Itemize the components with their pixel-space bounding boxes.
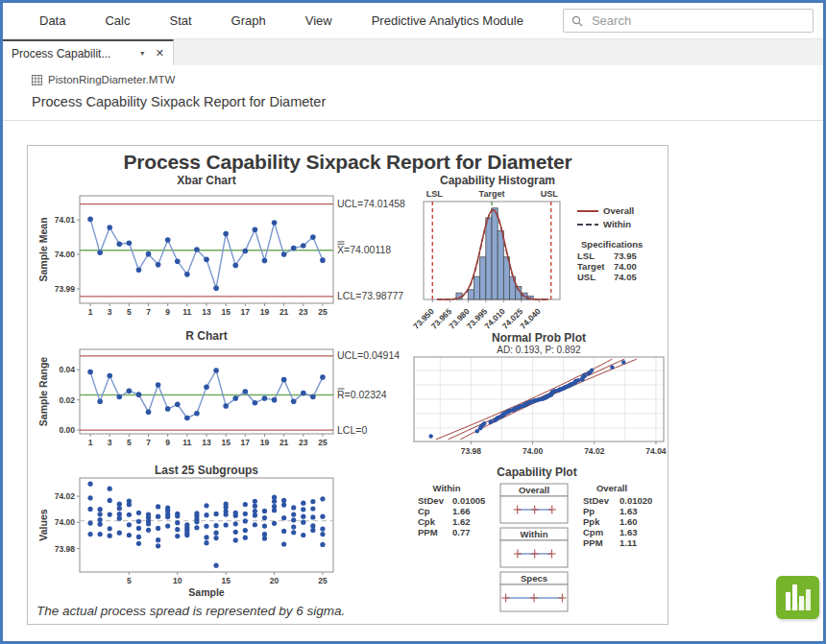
svg-text:1.60: 1.60 xyxy=(620,516,638,527)
menu-item-view[interactable]: View xyxy=(305,13,332,28)
svg-text:PPM: PPM xyxy=(583,537,603,548)
svg-text:7: 7 xyxy=(146,307,151,317)
capability-histogram: Capability HistogramLSLTargetUSL73.95073… xyxy=(406,173,668,336)
svg-text:74.00: 74.00 xyxy=(55,250,76,259)
rchart-graphics: 0.000.020.04135791113151719212325R Chart… xyxy=(37,330,400,447)
search-input[interactable] xyxy=(590,12,805,29)
svg-text:Target: Target xyxy=(479,189,505,199)
svg-text:UCL=0.04914: UCL=0.04914 xyxy=(337,349,400,361)
svg-text:0.01020: 0.01020 xyxy=(620,495,652,506)
last25-graphics: Last 25 Subgroups73.9874.0074.0251015202… xyxy=(37,465,333,598)
menu-item-calc[interactable]: Calc xyxy=(105,13,130,28)
svg-text:0.01005: 0.01005 xyxy=(452,495,486,506)
tab-label: Process Capabilit... xyxy=(12,47,135,60)
svg-text:17: 17 xyxy=(241,438,251,447)
svg-text:15: 15 xyxy=(221,438,231,447)
heading-divider xyxy=(3,120,823,121)
svg-text:74.040: 74.040 xyxy=(518,306,543,331)
tab-process-capability[interactable]: Process Capabilit... ▼ ✕ xyxy=(3,39,174,65)
xbar-graphics: 73.9974.0074.01135791113151719212325Xbar… xyxy=(37,174,405,317)
svg-text:R=0.02324: R=0.02324 xyxy=(337,389,387,400)
svg-text:1.62: 1.62 xyxy=(452,516,471,527)
svg-text:25: 25 xyxy=(318,307,328,317)
svg-text:11: 11 xyxy=(182,307,191,317)
svg-text:0.04: 0.04 xyxy=(59,365,75,374)
svg-text:Last 25 Subgroups: Last 25 Subgroups xyxy=(155,465,258,477)
svg-text:USL: USL xyxy=(541,189,559,199)
tab-close-icon[interactable]: ✕ xyxy=(156,47,164,60)
svg-text:Capability Plot: Capability Plot xyxy=(497,465,576,479)
svg-text:Ppk: Ppk xyxy=(583,516,600,527)
svg-text:15: 15 xyxy=(221,307,231,317)
svg-text:Target: Target xyxy=(577,261,605,272)
svg-text:17: 17 xyxy=(241,307,251,317)
svg-text:Values: Values xyxy=(37,509,49,540)
svg-text:21: 21 xyxy=(279,307,289,317)
svg-text:Within: Within xyxy=(603,219,631,229)
svg-text:Within: Within xyxy=(521,529,548,539)
svg-text:Cp: Cp xyxy=(418,506,430,516)
svg-text:Sample Range: Sample Range xyxy=(37,357,49,427)
svg-text:3: 3 xyxy=(108,438,112,447)
svg-text:9: 9 xyxy=(165,307,170,317)
probplot-graphics: Normal Prob PlotAD: 0.193, P: 0.89273.98… xyxy=(414,331,667,456)
app-window: Data Calc Stat Graph View Predictive Ana… xyxy=(0,0,826,644)
svg-text:73.95: 73.95 xyxy=(614,250,637,261)
svg-text:1: 1 xyxy=(88,438,93,447)
svg-text:74.00: 74.00 xyxy=(522,446,544,456)
tab-strip: Process Capabilit... ▼ ✕ xyxy=(3,39,823,65)
svg-text:1.63: 1.63 xyxy=(620,506,638,516)
svg-text:20: 20 xyxy=(270,576,279,585)
svg-text:1.11: 1.11 xyxy=(620,537,638,548)
svg-text:LSL: LSL xyxy=(426,189,444,199)
histogram-graphics: Capability HistogramLSLTargetUSL73.95073… xyxy=(411,174,643,331)
svg-text:74.01: 74.01 xyxy=(55,215,76,225)
svg-text:19: 19 xyxy=(260,438,270,447)
svg-text:Xbar Chart: Xbar Chart xyxy=(177,174,235,187)
svg-text:10: 10 xyxy=(173,576,182,585)
svg-text:PPM: PPM xyxy=(418,527,438,537)
svg-text:Overall: Overall xyxy=(603,205,634,216)
minitab-logo-button[interactable] xyxy=(776,576,819,619)
svg-text:74.00: 74.00 xyxy=(55,517,76,527)
svg-text:X=74.00118: X=74.00118 xyxy=(337,244,391,255)
svg-text:1: 1 xyxy=(88,307,93,317)
worksheet-row[interactable]: PistonRingDiameter.MTW xyxy=(32,74,823,85)
search-box[interactable] xyxy=(563,9,814,33)
svg-text:Pp: Pp xyxy=(583,506,595,516)
svg-text:25: 25 xyxy=(318,576,328,585)
svg-text:R Chart: R Chart xyxy=(185,330,227,343)
svg-text:74.02: 74.02 xyxy=(55,491,76,501)
svg-text:3: 3 xyxy=(108,307,112,317)
svg-text:Specifications: Specifications xyxy=(581,239,643,250)
svg-text:UCL=74.01458: UCL=74.01458 xyxy=(337,198,405,209)
svg-text:LCL=73.98777: LCL=73.98777 xyxy=(337,290,403,301)
svg-text:LCL=0: LCL=0 xyxy=(337,424,367,436)
menu-item-data[interactable]: Data xyxy=(39,13,65,28)
report-heading: Process Capability Sixpack Report for Di… xyxy=(32,94,823,109)
tab-dropdown-icon[interactable]: ▼ xyxy=(139,50,146,57)
svg-text:Sample Mean: Sample Mean xyxy=(37,217,49,281)
figure-title: Process Capability Sixpack Report for Di… xyxy=(28,151,668,174)
svg-text:LSL: LSL xyxy=(577,250,595,261)
menu-bar: Data Calc Stat Graph View Predictive Ana… xyxy=(3,3,823,39)
svg-text:USL: USL xyxy=(577,272,595,282)
svg-text:Specs: Specs xyxy=(521,573,547,584)
capability-plot: Capability PlotOverallWithinSpecsWithinS… xyxy=(406,465,668,624)
normal-prob-plot: Normal Prob PlotAD: 0.193, P: 0.89273.98… xyxy=(406,330,668,461)
menu-item-stat[interactable]: Stat xyxy=(169,13,191,28)
svg-text:25: 25 xyxy=(318,438,328,447)
sixpack-figure[interactable]: Process Capability Sixpack Report for Di… xyxy=(27,145,668,625)
svg-text:74.02: 74.02 xyxy=(584,446,605,456)
menu-item-graph[interactable]: Graph xyxy=(231,13,266,28)
svg-text:13: 13 xyxy=(202,438,211,447)
svg-text:5: 5 xyxy=(127,576,132,585)
svg-text:21: 21 xyxy=(279,438,289,447)
svg-text:Overall: Overall xyxy=(519,485,549,495)
svg-text:9: 9 xyxy=(165,438,170,447)
capability-graphics: Capability PlotOverallWithinSpecsWithinS… xyxy=(418,465,652,611)
svg-text:1.63: 1.63 xyxy=(620,527,638,537)
svg-text:0.02: 0.02 xyxy=(59,395,75,405)
bar-chart-icon xyxy=(776,576,819,619)
menu-item-predictive-analytics[interactable]: Predictive Analytics Module xyxy=(372,13,523,28)
